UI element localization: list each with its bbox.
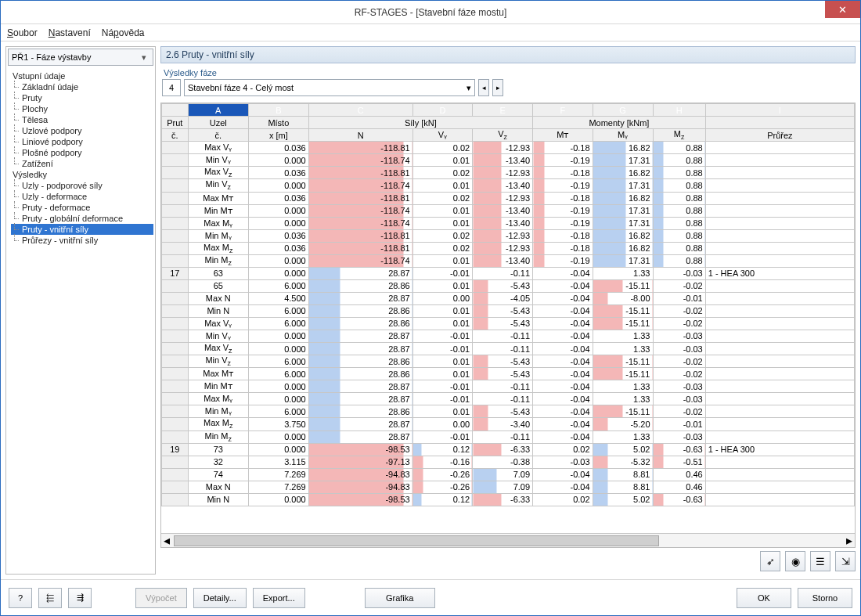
cell-Mz[interactable]: -0.63: [653, 443, 705, 456]
row-header[interactable]: [162, 192, 189, 204]
row-header[interactable]: [162, 217, 189, 229]
tool-view-icon[interactable]: ◉: [785, 551, 805, 571]
cell-uzel[interactable]: Min Vᵧ: [188, 154, 249, 167]
row-header[interactable]: [162, 430, 189, 443]
column-letter[interactable]: G: [593, 104, 653, 117]
tree-item[interactable]: Liniové podpory: [11, 136, 153, 147]
cell-prurez[interactable]: [705, 380, 854, 393]
row-header[interactable]: 19: [162, 443, 189, 456]
cell-prurez[interactable]: [705, 304, 854, 317]
cell-Vz[interactable]: -0.11: [473, 342, 533, 355]
phase-number-field[interactable]: 4: [162, 79, 181, 96]
column-letter[interactable]: B: [249, 104, 309, 117]
cell-Mz[interactable]: -0.01: [653, 418, 705, 430]
row-header[interactable]: [162, 493, 189, 506]
menu-help[interactable]: Nápověda: [102, 27, 145, 38]
cell-N[interactable]: 28.87: [308, 330, 412, 342]
row-header[interactable]: [162, 254, 189, 267]
cell-x[interactable]: 3.115: [249, 456, 309, 468]
cell-Mz[interactable]: 0.46: [653, 468, 705, 481]
cell-prurez[interactable]: [705, 393, 854, 405]
row-header[interactable]: [162, 481, 189, 493]
row-header[interactable]: [162, 304, 189, 317]
cell-x[interactable]: 0.000: [249, 254, 309, 267]
cell-My[interactable]: 8.81: [593, 468, 653, 481]
cell-Mz[interactable]: 0.88: [653, 179, 705, 192]
cell-x[interactable]: 0.036: [249, 167, 309, 179]
cell-Vz[interactable]: -6.33: [473, 443, 533, 456]
row-header[interactable]: [162, 330, 189, 342]
cell-Vy[interactable]: -0.26: [412, 481, 472, 493]
cell-N[interactable]: -118.74: [308, 217, 412, 229]
cell-uzel[interactable]: Min Mᵧ: [188, 405, 249, 418]
cell-x[interactable]: 6.000: [249, 317, 309, 330]
cell-My[interactable]: -15.11: [593, 355, 653, 368]
cell-Vy[interactable]: 0.01: [412, 355, 472, 368]
column-header[interactable]: Vz: [473, 129, 533, 142]
tool-filter-icon[interactable]: ☰: [810, 551, 830, 571]
cell-My[interactable]: 16.82: [593, 192, 653, 204]
cell-uzel[interactable]: Min Mz: [188, 430, 249, 443]
cell-Vz[interactable]: -5.43: [473, 355, 533, 368]
cell-N[interactable]: -118.81: [308, 242, 412, 254]
cell-My[interactable]: -8.00: [593, 292, 653, 304]
cell-Mz[interactable]: 0.88: [653, 204, 705, 217]
cell-prurez[interactable]: [705, 254, 854, 267]
tree-item[interactable]: Základní údaje: [11, 81, 153, 92]
cell-uzel[interactable]: Max Mᴛ: [188, 192, 249, 204]
cell-My[interactable]: 17.31: [593, 179, 653, 192]
cell-Mz[interactable]: -0.03: [653, 342, 705, 355]
cell-MT[interactable]: -0.04: [533, 393, 593, 405]
cell-N[interactable]: 28.87: [308, 380, 412, 393]
cell-uzel[interactable]: Min Vᵧ: [188, 330, 249, 342]
cell-My[interactable]: -15.11: [593, 405, 653, 418]
cell-prurez[interactable]: 1 - HEA 300: [705, 267, 854, 279]
cell-x[interactable]: 0.000: [249, 493, 309, 506]
cell-prurez[interactable]: [705, 418, 854, 430]
cell-My[interactable]: 8.81: [593, 481, 653, 493]
tree-root-input[interactable]: Vstupní údaje: [11, 70, 153, 81]
cell-N[interactable]: 28.86: [308, 317, 412, 330]
cell-uzel[interactable]: Min Vz: [188, 355, 249, 368]
cell-N[interactable]: 28.87: [308, 292, 412, 304]
cell-x[interactable]: 0.000: [249, 430, 309, 443]
cell-Vz[interactable]: -6.33: [473, 493, 533, 506]
cell-Vy[interactable]: -0.16: [412, 456, 472, 468]
cell-Vy[interactable]: -0.01: [412, 330, 472, 342]
help-button[interactable]: ?: [9, 588, 32, 608]
cell-x[interactable]: 6.000: [249, 304, 309, 317]
cell-Mz[interactable]: -0.03: [653, 393, 705, 405]
cell-MT[interactable]: -0.04: [533, 292, 593, 304]
cell-N[interactable]: -118.74: [308, 154, 412, 167]
cell-N[interactable]: -98.53: [308, 443, 412, 456]
cell-uzel[interactable]: Min Mᵧ: [188, 229, 249, 242]
cell-uzel[interactable]: 32: [188, 456, 249, 468]
row-header[interactable]: [162, 229, 189, 242]
cell-MT[interactable]: -0.19: [533, 154, 593, 167]
cell-uzel[interactable]: Min Vz: [188, 179, 249, 192]
cell-MT[interactable]: -0.19: [533, 217, 593, 229]
cell-Vz[interactable]: -12.93: [473, 192, 533, 204]
column-letter[interactable]: A: [188, 104, 249, 117]
cell-N[interactable]: -118.81: [308, 142, 412, 154]
cell-MT[interactable]: -0.18: [533, 167, 593, 179]
cell-Vy[interactable]: 0.00: [412, 418, 472, 430]
tree-item[interactable]: Plochy: [11, 103, 153, 114]
cell-uzel[interactable]: Max Mᴛ: [188, 368, 249, 380]
cell-x[interactable]: 0.036: [249, 242, 309, 254]
cell-Mz[interactable]: -0.03: [653, 430, 705, 443]
column-header[interactable]: č.: [188, 129, 249, 142]
cell-prurez[interactable]: [705, 217, 854, 229]
row-header[interactable]: [162, 292, 189, 304]
column-letter[interactable]: I: [705, 104, 854, 117]
cell-prurez[interactable]: [705, 179, 854, 192]
cell-MT[interactable]: 0.02: [533, 493, 593, 506]
cell-prurez[interactable]: [705, 330, 854, 342]
cell-Vz[interactable]: 7.09: [473, 481, 533, 493]
cell-prurez[interactable]: [705, 279, 854, 292]
cell-Mz[interactable]: -0.02: [653, 355, 705, 368]
cell-x[interactable]: 0.000: [249, 380, 309, 393]
cell-N[interactable]: -118.74: [308, 254, 412, 267]
tree-item[interactable]: Pruty - deformace: [11, 202, 153, 213]
column-letter[interactable]: F: [533, 104, 593, 117]
